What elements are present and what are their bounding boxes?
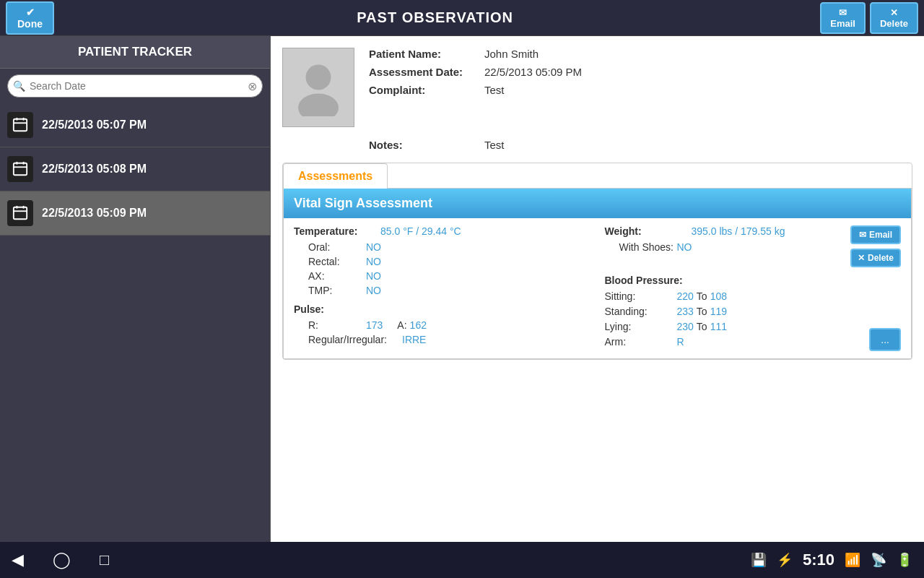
oral-label: Oral: bbox=[308, 241, 366, 253]
lying-val2: 111 bbox=[710, 321, 727, 332]
sidebar: PATIENT TRACKER 🔍 ⊗ 22/5/2013 05:07 PM bbox=[0, 36, 271, 542]
recents-icon[interactable]: □ bbox=[100, 551, 109, 569]
nav-icons: ◀ ◯ □ bbox=[12, 551, 109, 569]
with-shoes-row: With Shoes: NO bbox=[619, 241, 785, 253]
patient-details: Patient Name: John Smith Assessment Date… bbox=[369, 48, 912, 102]
x-icon-top: ✕ bbox=[890, 7, 898, 18]
patient-name-value: John Smith bbox=[484, 48, 539, 60]
wifi-icon: 📶 bbox=[845, 552, 860, 568]
delete-button-vital[interactable]: ✕ Delete bbox=[850, 249, 901, 267]
standing-label: Standing: bbox=[605, 306, 677, 317]
date-item-3[interactable]: 22/5/2013 05:09 PM bbox=[0, 191, 270, 236]
rectal-value: NO bbox=[366, 256, 381, 267]
delete-button-top[interactable]: ✕ Delete bbox=[870, 2, 918, 34]
oral-value: NO bbox=[366, 241, 381, 253]
sidebar-title: PATIENT TRACKER bbox=[0, 36, 270, 69]
search-icon: 🔍 bbox=[13, 80, 25, 92]
search-input[interactable] bbox=[7, 74, 263, 98]
home-icon[interactable]: ◯ bbox=[53, 551, 71, 569]
lying-row: Lying: 230 To 111 bbox=[605, 321, 728, 332]
pulse-r-label: R: bbox=[308, 319, 366, 331]
complaint-value: Test bbox=[484, 84, 505, 96]
tmp-value: NO bbox=[366, 285, 381, 296]
page-title: PAST OBSERVATION bbox=[357, 9, 513, 26]
assessment-date-value: 22/5/2013 05:09 PM bbox=[484, 66, 582, 78]
calendar-icon-3 bbox=[7, 200, 33, 226]
notes-value: Test bbox=[484, 139, 505, 151]
date-item-1[interactable]: 22/5/2013 05:07 PM bbox=[0, 103, 270, 147]
bottom-bar: ◀ ◯ □ 💾 ⚡ 5:10 📶 📡 🔋 bbox=[0, 542, 924, 578]
patient-avatar bbox=[282, 48, 354, 127]
email-icon-vital: ✉ bbox=[859, 230, 866, 240]
more-button[interactable]: ... bbox=[869, 328, 901, 351]
pulse-r-row: R: 173 A: 162 bbox=[308, 319, 590, 331]
vital-sign-header: Vital Sign Assessment bbox=[284, 189, 911, 218]
patient-name-row: Patient Name: John Smith bbox=[369, 48, 912, 60]
calendar-icon-2 bbox=[7, 156, 33, 182]
date-item-2[interactable]: 22/5/2013 05:08 PM bbox=[0, 147, 270, 191]
vital-left-column: Temperature: 85.0 °F / 29.44 °C Oral: NO… bbox=[294, 225, 590, 351]
assessment-date-label: Assessment Date: bbox=[369, 66, 484, 78]
ax-value: NO bbox=[366, 270, 381, 282]
email-button-top[interactable]: ✉ Email bbox=[820, 2, 866, 34]
delete-label-top: Delete bbox=[880, 18, 908, 29]
patient-name-label: Patient Name: bbox=[369, 48, 484, 60]
arm-row: Arm: R bbox=[605, 336, 728, 348]
sitting-sep: To bbox=[697, 290, 707, 302]
action-buttons: ✉ Email ✕ Delete bbox=[850, 225, 901, 267]
blood-pressure-row: Blood Pressure: bbox=[605, 275, 902, 286]
pulse-a-label: A: bbox=[397, 319, 406, 331]
delete-btn-label: Delete bbox=[868, 253, 894, 263]
tab-assessments[interactable]: Assessments bbox=[283, 163, 388, 189]
svg-rect-0 bbox=[14, 119, 27, 131]
temperature-value: 85.0 °F / 29.44 °C bbox=[380, 225, 461, 237]
notes-row: Notes: Test bbox=[369, 139, 912, 151]
calendar-icon-1 bbox=[7, 112, 33, 138]
standing-val2: 119 bbox=[710, 306, 727, 317]
vital-right-column: Weight: 395.0 lbs / 179.55 kg With Shoes… bbox=[605, 225, 902, 351]
back-icon[interactable]: ◀ bbox=[12, 551, 24, 569]
regular-irregular-value: IRRE bbox=[402, 334, 426, 345]
with-shoes-value: NO bbox=[677, 241, 692, 253]
email-button-vital[interactable]: ✉ Email bbox=[850, 225, 901, 244]
email-icon-top: ✉ bbox=[839, 7, 847, 18]
tmp-row: TMP: NO bbox=[308, 285, 590, 296]
pulse-row: Pulse: bbox=[294, 303, 590, 315]
regular-irregular-row: Regular/Irregular: IRRE bbox=[308, 334, 590, 345]
weight-row: Weight: 395.0 lbs / 179.55 kg bbox=[605, 225, 785, 237]
pulse-label: Pulse: bbox=[294, 303, 380, 315]
complaint-row: Complaint: Test bbox=[369, 84, 912, 96]
arm-value: R bbox=[677, 336, 684, 348]
assessments-section: Assessments Vital Sign Assessment Temper… bbox=[282, 163, 912, 360]
signal-icon: 📡 bbox=[871, 552, 886, 568]
sitting-val1: 220 bbox=[677, 290, 694, 302]
weight-value: 395.0 lbs / 179.55 kg bbox=[692, 225, 785, 237]
svg-point-13 bbox=[298, 93, 339, 116]
standing-row: Standing: 233 To 119 bbox=[605, 306, 902, 317]
sitting-label: Sitting: bbox=[605, 290, 677, 302]
storage-icon: 💾 bbox=[751, 552, 767, 568]
vital-sign-box: Vital Sign Assessment Temperature: 85.0 … bbox=[283, 188, 912, 359]
svg-rect-8 bbox=[14, 207, 27, 220]
pulse-a-value: 162 bbox=[410, 319, 427, 331]
rectal-row: Rectal: NO bbox=[308, 256, 590, 267]
done-button[interactable]: ✔ Done bbox=[6, 1, 54, 35]
tmp-label: TMP: bbox=[308, 285, 366, 296]
blood-pressure-label: Blood Pressure: bbox=[605, 275, 692, 286]
lying-sep: To bbox=[697, 321, 707, 332]
vital-content: Temperature: 85.0 °F / 29.44 °C Oral: NO… bbox=[284, 218, 911, 358]
email-label-top: Email bbox=[830, 18, 855, 29]
temperature-row: Temperature: 85.0 °F / 29.44 °C bbox=[294, 225, 590, 237]
svg-point-12 bbox=[306, 65, 331, 90]
done-label: Done bbox=[17, 18, 43, 30]
tab-bar: Assessments bbox=[283, 163, 912, 188]
lying-label: Lying: bbox=[605, 321, 677, 332]
patient-info-section: Patient Name: John Smith Assessment Date… bbox=[282, 48, 912, 127]
clear-search-icon[interactable]: ⊗ bbox=[248, 79, 257, 93]
clock-display: 5:10 bbox=[803, 551, 834, 569]
assessment-date-row: Assessment Date: 22/5/2013 05:09 PM bbox=[369, 66, 912, 78]
x-icon-vital: ✕ bbox=[858, 253, 865, 263]
date-list: 22/5/2013 05:07 PM 22/5/2013 05:08 PM bbox=[0, 103, 270, 542]
search-bar-container: 🔍 ⊗ bbox=[0, 69, 270, 103]
checkmark-icon: ✔ bbox=[26, 7, 35, 18]
